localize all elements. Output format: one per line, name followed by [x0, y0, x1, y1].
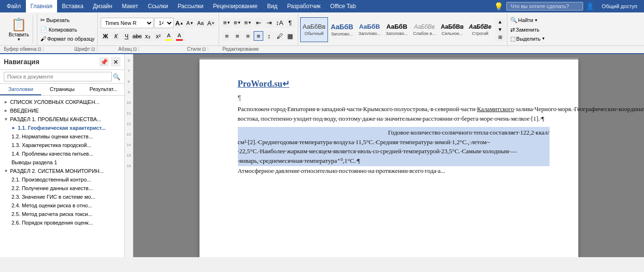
- underline-button[interactable]: Ч: [122, 32, 131, 41]
- style-normal[interactable]: АаБбВв Обычный: [300, 17, 328, 42]
- vruler-12: 12: [127, 118, 131, 129]
- styles-expand-icon[interactable]: ⊡: [202, 46, 206, 52]
- style-subtle[interactable]: АаБбВв Слабое в...: [411, 17, 438, 42]
- align-left-button[interactable]: ≡: [222, 31, 232, 41]
- menu-developer[interactable]: Разработчик: [282, 0, 326, 12]
- paragraph-group: ≡▼ ≡▼ ≡▼ ⇤ ⇥ ↕A ¶ ≡ ≡ ≡ ≡ ↕ 🖊 ▦: [219, 13, 298, 45]
- bold-button[interactable]: Ж: [101, 32, 110, 41]
- copy-button[interactable]: Копировать: [48, 27, 77, 33]
- nav-search-input[interactable]: [4, 72, 112, 81]
- nav-item-2-2[interactable]: 2.2. Получение данных качеств...: [0, 184, 124, 193]
- menu-review[interactable]: Рецензирование: [208, 0, 262, 12]
- nav-item-1-1-icon: ►: [12, 125, 16, 130]
- clear-format-button[interactable]: A✕: [206, 18, 216, 28]
- document-page[interactable]: ProWord.su↵ ¶ Расположен·город·Евпатория…: [199, 59, 578, 257]
- styles-more[interactable]: ⊞: [495, 34, 505, 41]
- nav-item-2-5[interactable]: 2.5. Метод расчета риска токси...: [0, 210, 124, 218]
- text-block-1: Расположен·город·Евпатория·в·западной·ча…: [238, 104, 550, 123]
- style-strong[interactable]: АаБбВв Сильное...: [438, 17, 466, 42]
- find-button[interactable]: Найти: [518, 17, 533, 23]
- cut-icon: ✂: [40, 17, 45, 23]
- paste-icon: 📋: [11, 17, 26, 32]
- subscript-button[interactable]: x₂: [143, 32, 152, 41]
- format-painter-button[interactable]: Формат по образцу: [47, 36, 94, 42]
- nav-section-1[interactable]: ▼ РАЗДЕЛ 1. ПРОБЛЕМЫ КАЧЕСТВА...: [0, 115, 124, 124]
- nav-item-arrow-intro: ►: [4, 108, 8, 113]
- nav-section-intro[interactable]: ► ВВЕДЕНИЕ: [0, 106, 124, 115]
- nav-item-1-1[interactable]: ► 1.1. Геофизическая характерист...: [0, 124, 124, 132]
- decrease-indent-button[interactable]: ⇤: [254, 18, 263, 28]
- nav-item-2-4[interactable]: 2.4. Метод оценки риска в отно...: [0, 201, 124, 210]
- styles-scroll-down[interactable]: ▼: [495, 26, 505, 34]
- align-right-button[interactable]: ≡: [243, 31, 253, 41]
- menu-insert[interactable]: Вставка: [57, 0, 88, 12]
- nav-item-1-3[interactable]: 1.3. Характеристика городской...: [0, 141, 124, 149]
- bullets-button[interactable]: ≡▼: [222, 18, 232, 28]
- font-size-down-button[interactable]: A▼: [185, 18, 195, 28]
- italic-button[interactable]: К: [111, 32, 121, 41]
- menu-home[interactable]: Главная: [26, 0, 58, 12]
- what-search-input[interactable]: [506, 2, 583, 11]
- nav-search-icon[interactable]: 🔍: [113, 73, 120, 80]
- nav-close-button[interactable]: ✕: [111, 57, 120, 67]
- border-button[interactable]: ▦: [285, 31, 295, 41]
- justify-button[interactable]: ≡: [254, 31, 263, 41]
- superscript-button[interactable]: x²: [153, 32, 163, 41]
- font-size-select[interactable]: 14: [154, 18, 174, 28]
- menu-office-tab[interactable]: Office Tab: [326, 0, 361, 12]
- style-heading2[interactable]: АаБбВ Заголово...: [356, 17, 383, 42]
- nav-item-2-3[interactable]: 2.3. Значение ГИС в системе мо...: [0, 193, 124, 201]
- nav-section-2[interactable]: ▼ РАЗДЕЛ 2. СИСТЕМА МОНИТОРИН...: [0, 167, 124, 175]
- menu-view[interactable]: Вид: [262, 0, 282, 12]
- cut-button[interactable]: Вырезать: [46, 17, 70, 23]
- style-heading1[interactable]: АаБбВ Заголово...: [328, 17, 356, 42]
- highlight-button[interactable]: A: [164, 32, 174, 41]
- paragraph-expand-icon[interactable]: ⊡: [133, 46, 137, 52]
- numbering-button[interactable]: ≡▼: [233, 18, 242, 28]
- sort-button[interactable]: ↕A: [275, 18, 284, 28]
- nav-item-2-6[interactable]: 2.6. Порядок проведения оценк...: [0, 218, 124, 227]
- font-expand-icon[interactable]: ⊡: [91, 46, 95, 52]
- styles-scroll-controls: ▲ ▼ ⊞: [495, 18, 505, 41]
- menu-file[interactable]: Файл: [2, 0, 26, 12]
- line-spacing-button[interactable]: ↕: [264, 31, 274, 41]
- menu-layout[interactable]: Макет: [117, 0, 143, 12]
- nav-item-1-2[interactable]: 1.2. Нормативы оценки качеств...: [0, 132, 124, 141]
- paragraph-label: Абзац: [118, 46, 132, 52]
- strikethrough-button[interactable]: abc: [132, 32, 142, 41]
- increase-indent-button[interactable]: ⇥: [264, 18, 274, 28]
- style-strict[interactable]: АаБбВе Строгий: [467, 17, 494, 42]
- show-marks-button[interactable]: ¶: [285, 18, 295, 28]
- nav-section-list[interactable]: ► СПИСОК УСЛОВНЫХ СОКРАЩЕН...: [0, 98, 124, 106]
- select-icon: ⬚: [510, 35, 515, 42]
- nav-tab-headings[interactable]: Заголовки: [0, 84, 41, 95]
- replace-button[interactable]: Заменить: [516, 27, 539, 33]
- font-size-up-button[interactable]: A▲: [175, 18, 184, 28]
- nav-tab-pages[interactable]: Страницы: [41, 84, 82, 95]
- align-center-button[interactable]: ≡: [233, 31, 242, 41]
- menu-mailings[interactable]: Рассылки: [173, 0, 208, 12]
- multilevel-list-button[interactable]: ≡▼: [243, 18, 253, 28]
- menu-design[interactable]: Дизайн: [88, 0, 117, 12]
- shading-button[interactable]: 🖊: [275, 31, 284, 41]
- menubar-right: 💡 👤 Общий доступ: [494, 2, 642, 11]
- menu-references[interactable]: Ссылки: [143, 0, 173, 12]
- nav-item-2-6-label: 2.6. Порядок проведения оценк...: [12, 220, 93, 226]
- font-name-select[interactable]: Times New R: [101, 18, 153, 28]
- nav-item-conclusions1[interactable]: Выводы раздела 1: [0, 158, 124, 167]
- select-button[interactable]: Выделить: [516, 36, 541, 42]
- nav-item-1-4[interactable]: 1.4. Проблемы качества питьев...: [0, 149, 124, 158]
- nav-tab-results[interactable]: Результат...: [83, 84, 124, 95]
- font-color-button[interactable]: A: [175, 32, 184, 41]
- paste-button[interactable]: 📋 Вставить ▼: [5, 15, 33, 44]
- nav-item-2-1[interactable]: 2.1. Производственный контро...: [0, 175, 124, 184]
- nav-section1-label: РАЗДЕЛ 1. ПРОБЛЕМЫ КАЧЕСТВА...: [10, 116, 101, 122]
- clipboard-expand-icon[interactable]: ⊡: [37, 46, 41, 52]
- change-case-button[interactable]: Аа: [196, 18, 205, 28]
- share-button[interactable]: Общий доступ: [597, 2, 642, 11]
- nav-pin-button[interactable]: 📌: [99, 57, 109, 67]
- styles-scroll-up[interactable]: ▲: [495, 18, 505, 26]
- style-heading3[interactable]: АаБбВ Заголово...: [384, 17, 410, 42]
- doc-scroll[interactable]: -2-1↑123456789101112131415161718 ProWord…: [133, 54, 644, 257]
- styles-group: АаБбВв Обычный АаБбВ Заголово... АаБбВ З…: [298, 13, 507, 45]
